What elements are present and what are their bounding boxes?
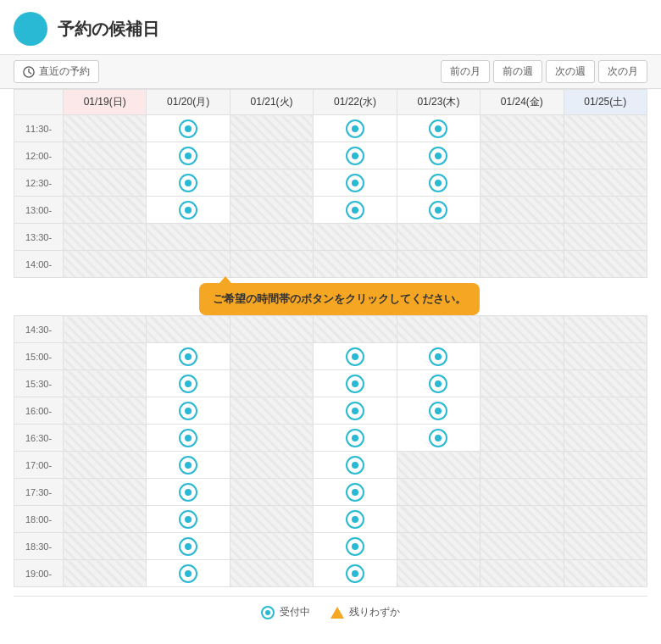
- available-slot-button[interactable]: [429, 402, 447, 420]
- unavailable-cell: [480, 506, 564, 533]
- available-slot-button[interactable]: [346, 375, 364, 393]
- col-header-tue: 01/21(火): [230, 90, 313, 115]
- available-slot-button[interactable]: [346, 119, 364, 138]
- available-slot-button[interactable]: [179, 375, 197, 393]
- available-slot-button[interactable]: [429, 429, 447, 447]
- available-slot-cell[interactable]: [397, 397, 480, 425]
- available-slot-cell[interactable]: [397, 142, 480, 169]
- next-week-button[interactable]: 次の週: [546, 60, 595, 83]
- available-slot-cell[interactable]: [147, 197, 230, 224]
- next-month-button[interactable]: 次の月: [598, 60, 647, 83]
- available-slot-cell[interactable]: [314, 506, 397, 533]
- available-slot-cell[interactable]: [147, 370, 230, 397]
- available-slot-cell[interactable]: [314, 452, 397, 479]
- available-slot-cell[interactable]: [147, 169, 230, 197]
- recent-appointment-button[interactable]: 直近の予約: [14, 60, 99, 83]
- available-slot-cell[interactable]: [147, 343, 230, 370]
- unavailable-cell: [564, 397, 647, 425]
- available-slot-button[interactable]: [179, 483, 197, 502]
- available-slot-button[interactable]: [346, 147, 364, 165]
- available-slot-button[interactable]: [429, 147, 447, 165]
- unavailable-cell: [314, 316, 397, 343]
- available-slot-button[interactable]: [346, 402, 364, 420]
- available-slot-button[interactable]: [429, 347, 447, 366]
- available-slot-cell[interactable]: [147, 506, 230, 533]
- available-slot-button[interactable]: [179, 147, 197, 165]
- unavailable-cell: [480, 397, 564, 425]
- available-slot-cell[interactable]: [147, 560, 230, 587]
- available-slot-cell[interactable]: [147, 425, 230, 452]
- available-slot-button[interactable]: [346, 201, 364, 219]
- unavailable-cell: [64, 370, 147, 397]
- unavailable-cell: [397, 224, 480, 251]
- available-slot-button[interactable]: [429, 174, 447, 192]
- available-slot-button[interactable]: [429, 119, 447, 138]
- available-slot-cell[interactable]: [147, 452, 230, 479]
- available-slot-cell[interactable]: [314, 169, 397, 197]
- available-slot-cell[interactable]: [397, 425, 480, 452]
- available-slot-button[interactable]: [179, 347, 197, 366]
- calendar-row: 12:30-: [14, 169, 647, 197]
- available-slot-button[interactable]: [346, 483, 364, 502]
- toolbar: 直近の予約 前の月 前の週 次の週 次の月: [0, 54, 661, 89]
- available-slot-button[interactable]: [179, 174, 197, 192]
- unavailable-cell: [480, 343, 564, 370]
- unavailable-cell: [64, 452, 147, 479]
- available-slot-cell[interactable]: [147, 142, 230, 169]
- available-slot-button[interactable]: [429, 375, 447, 393]
- unavailable-cell: [564, 452, 647, 479]
- unavailable-cell: [564, 425, 647, 452]
- available-slot-button[interactable]: [346, 510, 364, 529]
- available-slot-cell[interactable]: [314, 343, 397, 370]
- available-slot-cell[interactable]: [147, 397, 230, 425]
- available-slot-button[interactable]: [179, 201, 197, 219]
- available-slot-button[interactable]: [346, 174, 364, 192]
- available-slot-button[interactable]: [179, 456, 197, 475]
- available-slot-cell[interactable]: [314, 533, 397, 560]
- available-slot-button[interactable]: [346, 537, 364, 556]
- available-slot-cell[interactable]: [314, 370, 397, 397]
- unavailable-cell: [480, 115, 564, 142]
- prev-month-button[interactable]: 前の月: [441, 60, 490, 83]
- available-slot-button[interactable]: [179, 537, 197, 556]
- unavailable-cell: [230, 506, 313, 533]
- available-slot-cell[interactable]: [147, 115, 230, 142]
- available-slot-button[interactable]: [179, 429, 197, 447]
- available-slot-button[interactable]: [179, 402, 197, 420]
- unavailable-cell: [64, 142, 147, 169]
- calendar-row: 16:30-: [14, 425, 647, 452]
- legend-limited: 残りわずか: [330, 605, 400, 619]
- available-slot-cell[interactable]: [147, 533, 230, 560]
- available-slot-cell[interactable]: [147, 479, 230, 506]
- available-slot-cell[interactable]: [397, 343, 480, 370]
- available-slot-button[interactable]: [346, 429, 364, 447]
- available-slot-button[interactable]: [179, 119, 197, 138]
- unavailable-cell: [564, 316, 647, 343]
- available-slot-button[interactable]: [346, 456, 364, 475]
- unavailable-cell: [397, 479, 480, 506]
- available-slot-cell[interactable]: [397, 169, 480, 197]
- unavailable-cell: [564, 533, 647, 560]
- available-slot-cell[interactable]: [397, 115, 480, 142]
- available-slot-button[interactable]: [179, 510, 197, 529]
- available-slot-cell[interactable]: [397, 197, 480, 224]
- unavailable-cell: [230, 169, 313, 197]
- unavailable-cell: [480, 142, 564, 169]
- available-slot-button[interactable]: [179, 564, 197, 583]
- unavailable-cell: [397, 560, 480, 587]
- available-slot-cell[interactable]: [314, 115, 397, 142]
- prev-week-button[interactable]: 前の週: [493, 60, 542, 83]
- available-slot-button[interactable]: [346, 564, 364, 583]
- unavailable-cell: [64, 169, 147, 197]
- available-slot-cell[interactable]: [314, 560, 397, 587]
- available-slot-cell[interactable]: [314, 479, 397, 506]
- available-slot-cell[interactable]: [314, 425, 397, 452]
- available-slot-cell[interactable]: [314, 142, 397, 169]
- available-slot-button[interactable]: [346, 347, 364, 366]
- unavailable-cell: [314, 224, 397, 251]
- available-slot-cell[interactable]: [314, 197, 397, 224]
- available-slot-button[interactable]: [429, 201, 447, 219]
- available-slot-cell[interactable]: [314, 397, 397, 425]
- time-label: 17:30-: [14, 479, 64, 506]
- available-slot-cell[interactable]: [397, 370, 480, 397]
